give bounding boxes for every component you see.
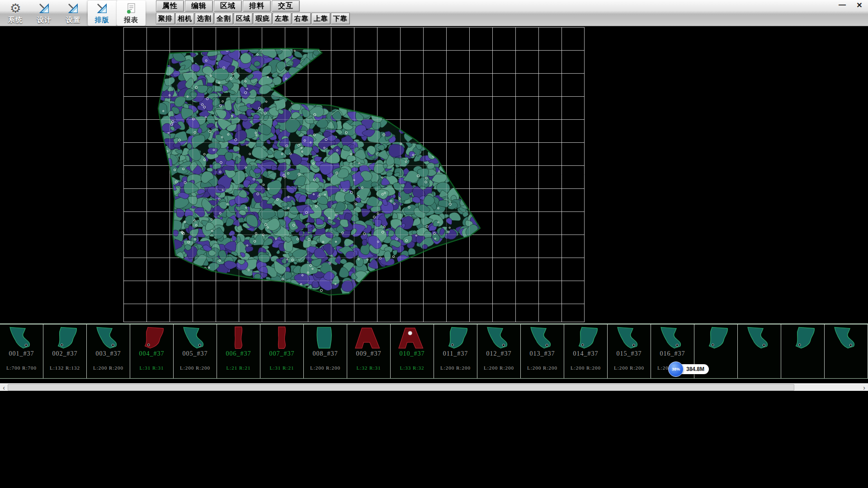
piece-meta: L:200 R:200 [571, 365, 601, 371]
piece-meta: L:700 R:700 [6, 365, 37, 371]
piece-meta: L:200 R:200 [614, 365, 644, 371]
piece-label: 009_#37 [356, 350, 382, 357]
piece-meta: L:31 R:21 [270, 365, 294, 371]
set-square-icon [95, 2, 109, 15]
piece-meta: L:33 R:32 [400, 365, 425, 371]
piece-label: 010_#37 [400, 350, 425, 357]
progress-circle[interactable]: 38% [668, 361, 684, 377]
piece-thumbnail[interactable] [781, 324, 825, 378]
tool-select-cut[interactable]: 选割 [195, 13, 214, 24]
piece-thumbnail[interactable]: 009_#37 L:32 R:31 [347, 324, 391, 378]
piece-label: 002_#37 [52, 350, 78, 357]
piece-label: 001_#37 [9, 350, 34, 357]
piece-shape [219, 326, 259, 349]
app-button-settings[interactable]: 设置 [59, 0, 88, 26]
nesting-workspace [0, 26, 868, 324]
piece-label: 005_#37 [183, 350, 208, 357]
app-button-design[interactable]: 设计 [30, 0, 59, 26]
app-button-nesting[interactable]: 排版 [88, 0, 117, 26]
piece-meta: L:200 R:200 [440, 365, 471, 371]
piece-meta: L:200 R:200 [93, 365, 123, 371]
piece-shape [479, 326, 519, 349]
app-button-label: 设计 [37, 16, 52, 24]
piece-label: 011_#37 [443, 350, 468, 357]
tab-row: 属性 编辑 区域 排料 交互 [156, 0, 350, 12]
piece-shape [826, 326, 866, 349]
tab-properties[interactable]: 属性 [156, 0, 184, 12]
tool-row: 聚排 相机 选割 全割 区域 瑕疵 左靠 右靠 上靠 下靠 [156, 13, 350, 24]
tool-cluster-nest[interactable]: 聚排 [156, 13, 175, 24]
app-button-label: 排版 [95, 16, 109, 24]
tool-align-bottom[interactable]: 下靠 [331, 13, 350, 24]
piece-shape [740, 326, 779, 349]
piece-thumbnail[interactable]: 010_#37 L:33 R:32 [391, 324, 434, 378]
tool-region[interactable]: 区域 [234, 13, 253, 24]
piece-thumbnail[interactable]: 012_#37 L:200 R:200 [477, 324, 521, 378]
app-strip: ⚙ 系统 设计 设置 排版 报表 [1, 0, 146, 26]
tool-camera[interactable]: 相机 [175, 13, 194, 24]
tool-align-top[interactable]: 上靠 [311, 13, 330, 24]
piece-thumbnail[interactable] [825, 324, 868, 378]
piece-label: 006_#37 [226, 350, 251, 357]
piece-shape [262, 326, 302, 349]
tab-edit[interactable]: 编辑 [185, 0, 213, 12]
set-square-icon [38, 2, 51, 15]
tab-nesting[interactable]: 排料 [243, 0, 271, 12]
piece-thumbnail[interactable] [738, 324, 781, 378]
tool-align-right[interactable]: 右靠 [292, 13, 311, 24]
piece-label: 007_#37 [269, 350, 295, 357]
piece-shape [436, 326, 476, 349]
piece-label: 003_#37 [96, 350, 121, 357]
piece-meta: L:200 R:200 [310, 365, 340, 371]
piece-shape [783, 326, 823, 349]
piece-shape [349, 326, 389, 349]
tab-interactive[interactable]: 交互 [272, 0, 300, 12]
piece-thumbnail-strip: 001_#37 L:700 R:700 002_#37 L:132 R:132 … [0, 324, 868, 379]
gear-icon: ⚙ [9, 2, 22, 15]
piece-label: 004_#37 [139, 350, 165, 357]
close-button[interactable]: ✕ [854, 1, 864, 9]
app-button-system[interactable]: ⚙ 系统 [1, 0, 30, 26]
app-button-label: 报表 [124, 16, 138, 24]
piece-thumbnail[interactable]: 014_#37 L:200 R:200 [564, 324, 608, 378]
piece-meta: L:32 R:31 [357, 365, 381, 371]
piece-thumbnail[interactable]: 015_#37 L:200 R:200 [608, 324, 651, 378]
piece-thumbnail[interactable]: 011_#37 L:200 R:200 [434, 324, 477, 378]
tab-region[interactable]: 区域 [214, 0, 242, 12]
scrollbar-thumb[interactable] [8, 384, 794, 391]
scroll-right-arrow[interactable]: › [860, 384, 868, 391]
piece-shape [653, 326, 693, 349]
piece-meta: L:132 R:132 [50, 365, 80, 371]
piece-shape [306, 326, 345, 349]
nesting-canvas[interactable] [123, 27, 585, 322]
piece-thumbnail[interactable]: 003_#37 L:200 R:200 [87, 324, 130, 378]
minimize-button[interactable]: — [837, 1, 847, 9]
piece-meta: L:31 R:31 [140, 365, 164, 371]
piece-shape [696, 326, 736, 349]
app-button-label: 设置 [66, 16, 80, 24]
horizontal-scrollbar[interactable]: ‹ › [0, 383, 868, 391]
piece-meta: L:200 R:200 [527, 365, 557, 371]
scroll-left-arrow[interactable]: ‹ [0, 384, 8, 391]
piece-thumbnail[interactable]: 004_#37 L:31 R:31 [130, 324, 174, 378]
piece-shape [175, 326, 215, 349]
piece-thumbnail[interactable]: 008_#37 L:200 R:200 [304, 324, 347, 378]
app-button-label: 系统 [8, 16, 23, 24]
piece-meta: L:200 R:200 [484, 365, 514, 371]
piece-thumbnail[interactable]: 013_#37 L:200 R:200 [521, 324, 564, 378]
piece-thumbnail[interactable]: 006_#37 L:21 R:21 [217, 324, 260, 378]
piece-thumbnail[interactable]: 002_#37 L:132 R:132 [43, 324, 87, 378]
tool-defect[interactable]: 瑕疵 [253, 13, 272, 24]
piece-thumbnail[interactable]: 007_#37 L:31 R:21 [260, 324, 304, 378]
piece-shape [523, 326, 562, 349]
app-button-report[interactable]: 报表 [117, 0, 146, 26]
piece-shape [566, 326, 606, 349]
piece-shape [132, 326, 172, 349]
piece-shape [45, 326, 85, 349]
piece-thumbnail[interactable]: 001_#37 L:700 R:700 [0, 324, 43, 378]
tool-cut-all[interactable]: 全割 [214, 13, 233, 24]
piece-shape [2, 326, 42, 349]
tool-align-left[interactable]: 左靠 [273, 13, 292, 24]
piece-shape [609, 326, 649, 349]
piece-thumbnail[interactable]: 005_#37 L:200 R:200 [174, 324, 217, 378]
